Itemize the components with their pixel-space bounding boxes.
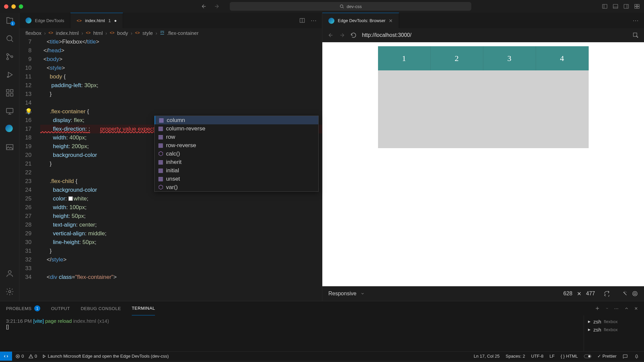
viewport-width[interactable]: 628 (564, 291, 573, 297)
source-control-icon[interactable] (5, 52, 14, 61)
url-text[interactable]: http://localhost:3000/ (362, 32, 412, 38)
ac-item[interactable]: ▦row-reverse (155, 141, 318, 149)
ac-item[interactable]: ▦row (155, 133, 318, 141)
close-icon[interactable]: ✕ (389, 18, 393, 23)
new-terminal-icon[interactable] (595, 306, 600, 311)
tab-browser[interactable]: Edge DevTools: Browser ✕ (322, 13, 399, 28)
tab-debug-console[interactable]: DEBUG CONSOLE (81, 301, 121, 315)
more-actions-icon[interactable]: ⋯ (633, 17, 639, 24)
more-actions-icon[interactable]: ⋯ (311, 17, 317, 24)
ac-item[interactable]: ⬡calc() (155, 149, 318, 158)
terminal-entry[interactable]: ▸zshflexbox (588, 317, 640, 325)
forward-icon[interactable] (214, 3, 220, 9)
remote-icon[interactable] (5, 107, 14, 115)
browser-viewport[interactable]: 1 2 3 4 (322, 42, 644, 286)
status-cursor[interactable]: Ln 17, Col 25 (474, 354, 499, 359)
search-side-icon[interactable] (5, 34, 14, 43)
edge-tools-icon[interactable] (5, 125, 14, 133)
editor-tabs: Edge DevTools <> index.html 1 ● ⋯ (19, 13, 322, 28)
status-launch[interactable]: Launch Microsoft Edge and open the Edge … (42, 354, 169, 359)
command-center[interactable]: dev-css (230, 2, 471, 11)
explorer-icon[interactable]: 1 (5, 16, 14, 25)
minimize-window[interactable] (11, 4, 16, 9)
tab-output[interactable]: OUTPUT (51, 301, 70, 315)
panel-right-icon[interactable] (623, 3, 629, 9)
panel-left-icon[interactable] (602, 3, 608, 9)
terminal-output[interactable]: 3:21:16 PM [vite] page reload index.html… (0, 315, 584, 351)
ac-item[interactable]: ▦column (155, 116, 318, 124)
terminal-entry[interactable]: ▸zshflexbox (588, 325, 640, 334)
extensions-icon[interactable] (5, 88, 14, 97)
close-window[interactable] (4, 4, 8, 9)
back-icon[interactable] (201, 3, 207, 9)
feedback-icon[interactable] (623, 354, 628, 359)
close-panel-icon[interactable]: ✕ (634, 306, 638, 311)
chevron-down-icon[interactable] (605, 307, 609, 310)
svg-point-24 (634, 293, 636, 295)
tab-problems[interactable]: PROBLEMS1 (6, 301, 40, 315)
status-prettier[interactable]: ✓Prettier (597, 354, 616, 359)
svg-rect-4 (635, 4, 637, 6)
target-icon[interactable] (632, 291, 638, 297)
remote-indicator[interactable] (0, 352, 12, 361)
image-icon[interactable] (5, 143, 14, 152)
status-warnings[interactable]: 0 (29, 354, 37, 359)
chevron-down-icon[interactable] (361, 292, 365, 296)
inspect-icon[interactable] (633, 32, 639, 38)
lightbulb-icon[interactable]: 💡 (25, 107, 32, 116)
crumb[interactable]: flexbox (25, 30, 42, 36)
edge-icon (25, 17, 32, 23)
wand-icon[interactable] (621, 291, 627, 297)
back-icon[interactable] (328, 32, 334, 38)
split-editor-icon[interactable] (299, 17, 305, 23)
crumb[interactable]: .flex-container (167, 30, 199, 36)
status-indent[interactable]: Spaces: 2 (506, 354, 525, 359)
breadcrumb[interactable]: flexbox› <>index.html› <>html› <>body› <… (19, 28, 322, 38)
crumb[interactable]: body (117, 30, 128, 36)
forward-icon[interactable] (339, 32, 345, 38)
status-lang[interactable]: { }HTML (560, 354, 578, 359)
layout-grid-icon[interactable] (634, 3, 640, 9)
error-inline: property value expected (100, 126, 161, 132)
times-icon: ✕ (577, 291, 581, 297)
code-editor[interactable]: 7891011121314151617181920212223242526272… (19, 38, 322, 301)
status-encoding[interactable]: UTF-8 (531, 354, 543, 359)
responsive-bar: Responsive 628 ✕ 477 (322, 286, 644, 301)
tab-terminal[interactable]: TERMINAL (132, 301, 155, 315)
tab-index-html[interactable]: <> index.html 1 ● (70, 13, 123, 28)
terminal-prompt[interactable]: [] (6, 324, 578, 329)
crumb[interactable]: html (93, 30, 103, 36)
tab-label: Edge DevTools (35, 18, 64, 23)
layout-controls (602, 3, 640, 9)
panel-bottom-icon[interactable] (612, 3, 619, 9)
account-icon[interactable] (5, 269, 14, 278)
tab-edge-devtools[interactable]: Edge DevTools (19, 13, 70, 28)
status-eol[interactable]: LF (549, 354, 554, 359)
debug-icon[interactable] (5, 70, 14, 79)
reload-icon[interactable] (351, 32, 357, 38)
svg-point-20 (8, 291, 11, 293)
svg-rect-7 (637, 7, 639, 8)
more-actions-icon[interactable]: ⋯ (614, 306, 619, 311)
ac-item[interactable]: ▦unset (155, 175, 318, 183)
ac-item[interactable]: ▦initial (155, 166, 318, 175)
status-toggle[interactable] (584, 353, 591, 360)
ac-item[interactable]: ▦column-reverse (155, 124, 318, 133)
svg-point-27 (588, 355, 591, 357)
bell-icon[interactable] (634, 354, 639, 359)
device-select[interactable]: Responsive (328, 291, 357, 297)
crumb[interactable]: index.html (56, 30, 79, 36)
ac-item[interactable]: ▦inherit (155, 158, 318, 166)
search-text: dev-css (347, 4, 362, 9)
settings-gear-icon[interactable] (5, 287, 14, 296)
status-errors[interactable]: 0 (15, 354, 24, 359)
panel-tabs: PROBLEMS1 OUTPUT DEBUG CONSOLE TERMINAL … (0, 301, 644, 315)
code-body[interactable]: <title>Flexbox</title> </head> <body> <s… (40, 38, 322, 301)
maximize-window[interactable] (19, 4, 23, 9)
autocomplete-popup: ▦column ▦column-reverse ▦row ▦row-revers… (154, 116, 319, 192)
chevron-up-icon[interactable] (624, 306, 629, 311)
crumb[interactable]: style (143, 30, 153, 36)
viewport-height[interactable]: 477 (586, 291, 595, 297)
rotate-icon[interactable] (604, 291, 610, 297)
ac-item[interactable]: ⬡var() (155, 183, 318, 191)
